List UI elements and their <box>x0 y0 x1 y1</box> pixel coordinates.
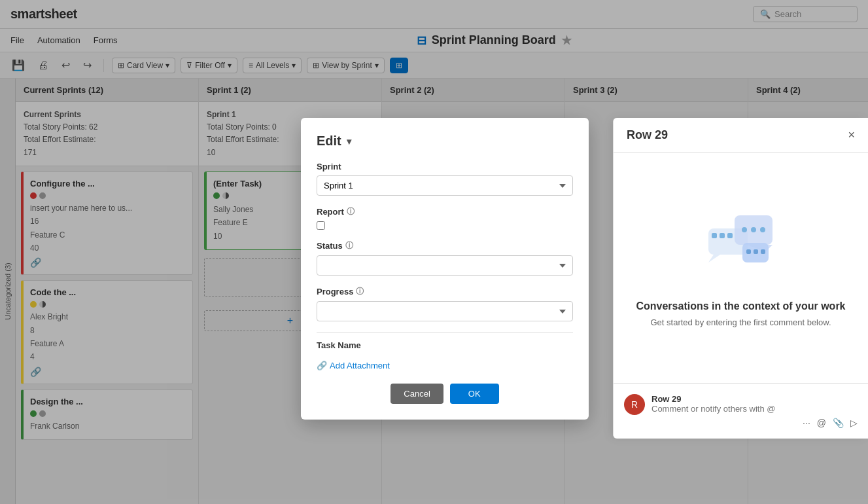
comment-actions: ··· @ 📎 ▷ <box>651 418 858 428</box>
svg-point-8 <box>760 227 765 232</box>
comment-at-btn[interactable]: @ <box>817 418 826 428</box>
row-panel: Row 29 × Conversations in the context of… <box>613 118 868 439</box>
row-panel-header: Row 29 × <box>614 118 868 153</box>
report-checkbox-wrapper <box>317 221 573 230</box>
svg-point-7 <box>751 227 756 232</box>
task-name-label: Task Name <box>317 340 573 350</box>
chat-illustration <box>702 209 780 287</box>
status-group: Status ⓘ <box>317 240 573 276</box>
row-panel-title: Row 29 <box>627 128 668 142</box>
comment-username: Row 29 <box>651 394 858 404</box>
svg-rect-1 <box>712 233 717 238</box>
modal-title-text: Edit <box>317 134 341 149</box>
progress-info-icon: ⓘ <box>356 286 364 297</box>
status-info-icon: ⓘ <box>345 240 353 251</box>
modal-title: Edit ▾ <box>317 134 573 149</box>
report-info-icon: ⓘ <box>347 206 355 217</box>
attachment-label: Add Attachment <box>330 361 390 370</box>
sprint-group: Sprint Sprint 1 Sprint 2 Sprint 3 Sprint… <box>317 162 573 196</box>
progress-select[interactable] <box>317 301 573 321</box>
sprint-select[interactable]: Sprint 1 Sprint 2 Sprint 3 Sprint 4 <box>317 175 573 196</box>
row-panel-comment-area: R Row 29 ··· @ 📎 ▷ <box>614 383 868 439</box>
svg-rect-11 <box>746 249 751 254</box>
svg-rect-2 <box>720 233 725 238</box>
report-checkbox[interactable] <box>317 221 325 230</box>
report-group: Report ⓘ <box>317 206 573 230</box>
comment-ellipsis-btn[interactable]: ··· <box>803 418 810 428</box>
comment-input-area: Row 29 ··· @ 📎 ▷ <box>651 394 858 428</box>
attachment-icon: 🔗 <box>317 361 327 370</box>
row-panel-close[interactable]: × <box>848 128 855 142</box>
svg-rect-3 <box>727 233 733 238</box>
task-name-group: Task Name <box>317 340 573 350</box>
status-label: Status ⓘ <box>317 240 573 251</box>
sprint-label: Sprint <box>317 162 573 171</box>
svg-point-6 <box>742 227 747 232</box>
progress-group: Progress ⓘ <box>317 286 573 321</box>
report-label: Report ⓘ <box>317 206 573 217</box>
comment-send-btn[interactable]: ▷ <box>850 418 858 428</box>
modal-actions: Cancel OK <box>317 384 573 404</box>
comment-input[interactable] <box>651 404 858 414</box>
attachment-area: 🔗 Add Attachment <box>317 361 573 370</box>
comment-attachment-btn[interactable]: 📎 <box>833 418 844 428</box>
status-select[interactable] <box>317 255 573 276</box>
modal-title-chevron: ▾ <box>347 136 351 147</box>
svg-marker-4 <box>708 255 720 262</box>
svg-rect-12 <box>754 249 758 254</box>
cancel-button[interactable]: Cancel <box>391 384 443 404</box>
ok-button[interactable]: OK <box>450 384 499 404</box>
svg-rect-13 <box>761 249 765 254</box>
add-attachment-link[interactable]: 🔗 Add Attachment <box>317 361 573 370</box>
row-panel-body: Conversations in the context of your wor… <box>614 153 868 383</box>
form-divider <box>317 332 573 333</box>
edit-modal: Edit ▾ Sprint Sprint 1 Sprint 2 Sprint 3… <box>301 118 589 420</box>
convo-subtitle: Get started by entering the first commen… <box>650 317 831 327</box>
user-avatar: R <box>624 394 645 415</box>
convo-title: Conversations in the context of your wor… <box>636 300 845 312</box>
progress-label: Progress ⓘ <box>317 286 573 297</box>
